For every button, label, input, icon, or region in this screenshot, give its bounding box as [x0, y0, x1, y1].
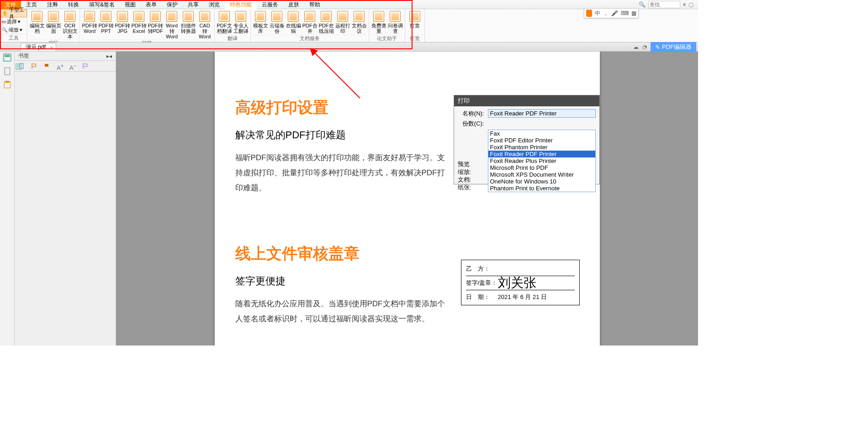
menu-help[interactable]: 帮助: [304, 0, 325, 9]
doc-meeting-button[interactable]: 文档会议: [351, 10, 367, 35]
search-icon[interactable]: 🔍: [639, 1, 646, 8]
pdf-merge-button[interactable]: PDF合并: [302, 10, 318, 35]
sogou-logo-icon: [586, 10, 592, 17]
template-button[interactable]: 模板文库: [253, 10, 268, 35]
menu-convert[interactable]: 转换: [63, 0, 84, 9]
pdf-jpg-icon: [117, 11, 128, 22]
menu-special[interactable]: 特色功能: [225, 0, 257, 9]
menu-bar: 文件 主页 注释 转换 填写&签名 视图 表单 保护 共享 浏览 特色功能 云服…: [0, 0, 698, 9]
check-icon: [373, 11, 384, 22]
survey-button[interactable]: 问卷调查: [387, 10, 403, 35]
tab-close-icon[interactable]: ×: [50, 45, 53, 50]
ribbon-group-translate: PDF文档翻译 专业人工翻译 翻译: [215, 9, 251, 42]
sign-date: 2021 年 6 月 21 日: [498, 293, 547, 301]
remote-print-button[interactable]: 远程打印: [335, 10, 350, 35]
cloud-backup-button[interactable]: 云端备份: [269, 10, 285, 35]
pro-translate-button[interactable]: 专业人工翻译: [233, 10, 249, 35]
menu-comment[interactable]: 注释: [42, 0, 63, 9]
rail-page-icon[interactable]: [3, 67, 11, 75]
bm-flag-icon[interactable]: [31, 63, 37, 69]
paragraph-print: 福昕PDF阅读器拥有强大的打印功能，界面友好易于学习。支持虚拟打印、批量打印等多…: [235, 150, 445, 195]
edit-page-button[interactable]: 编辑页面: [46, 10, 61, 39]
pdf-to-jpg-button[interactable]: PDF转JPG: [115, 10, 130, 39]
menu-protect[interactable]: 保护: [162, 0, 183, 9]
hand-tool[interactable]: ✋手型工具: [0, 9, 27, 17]
edit-doc-button[interactable]: 编辑文档: [29, 10, 45, 39]
translate-icon: [219, 11, 230, 22]
ocr-button[interactable]: OCR识别文本: [62, 10, 78, 39]
ribbon-group-reward: 打赏 打赏: [405, 9, 425, 42]
document-tabstrip: 演示.pdf × ☁ ◔ ✎ PDF编辑器: [0, 42, 698, 52]
pdf-to-pdf-button[interactable]: PDF转转PDF: [148, 10, 163, 39]
ime-voice-icon[interactable]: 🎤: [611, 10, 618, 16]
print-name-select: Foxit Reader PDF Printer: [488, 109, 596, 118]
scan-icon: [183, 11, 194, 22]
window-min-icon[interactable]: ▢: [688, 1, 693, 8]
ime-keyboard-icon[interactable]: ⌨: [621, 10, 629, 16]
pdf-word-icon: [84, 11, 95, 22]
word-to-word-button[interactable]: Word转Word: [164, 10, 180, 39]
meeting-icon: [354, 11, 365, 22]
paragraph-sign: 随着无纸化办公应用普及。当遇到使用PDF文档中需要添加个人签名或者标识时，可以通…: [235, 296, 445, 326]
cursor-icon: ▭: [1, 19, 6, 25]
printer-opt: Foxit Phantom Printer: [488, 144, 595, 151]
pdf-to-ppt-button[interactable]: PDF转PPT: [98, 10, 114, 39]
reward-button[interactable]: 打赏: [407, 10, 423, 35]
online-edit-button[interactable]: 在线编辑: [286, 10, 301, 35]
bm-flag3-icon[interactable]: [82, 63, 89, 69]
hand-icon: ✋: [2, 10, 8, 16]
rail-clipboard-icon[interactable]: [3, 81, 11, 89]
bm-side-icon[interactable]: [16, 63, 22, 70]
pdf-editor-button[interactable]: ✎ PDF编辑器: [651, 42, 696, 52]
menu-skin[interactable]: 皮肤: [283, 0, 304, 9]
svg-rect-4: [5, 81, 9, 83]
rail-thumbnail-icon[interactable]: [3, 53, 11, 62]
ime-punct-icon[interactable]: ，: [603, 10, 609, 17]
zoom-tool[interactable]: 🔍缩放▾: [0, 26, 27, 34]
menu-read[interactable]: 浏览: [204, 0, 225, 9]
signature-box-mock: 乙 方： 签字/盖章：刘关张 日 期：2021 年 6 月 21 日: [461, 260, 580, 305]
search-input[interactable]: [648, 1, 680, 8]
pdf-pdf-icon: [150, 11, 161, 22]
search-dropdown-icon[interactable]: ▾: [683, 1, 686, 8]
survey-icon: [390, 11, 401, 22]
page-area[interactable]: 高级打印设置 解决常见的PDF打印难题 福昕PDF阅读器拥有强大的打印功能，界面…: [116, 52, 698, 346]
print-name-label: 名称(N):: [458, 110, 484, 118]
user-icon[interactable]: ◔: [642, 44, 647, 50]
printer-opt: Foxit PDF Editor Printer: [488, 137, 595, 144]
printer-opt: Fax: [488, 130, 595, 137]
pdf-to-excel-button[interactable]: PDF转Excel: [131, 10, 147, 39]
pdf-page: 高级打印设置 解决常见的PDF打印难题 福昕PDF阅读器拥有强大的打印功能，界面…: [215, 52, 600, 346]
bm-font-inc-icon[interactable]: A+: [57, 63, 63, 69]
pdf-compress-button[interactable]: PDF在线压缩: [318, 10, 334, 35]
ime-menu-icon[interactable]: ▦: [631, 10, 636, 16]
menu-fill-sign[interactable]: 填写&签名: [84, 0, 120, 9]
sign-stamp-label: 签字/盖章：: [466, 279, 498, 287]
scan-convert-button[interactable]: 扫描件转换器: [180, 10, 196, 39]
ime-toolbar[interactable]: 中 ， 🎤 ⌨ ▦: [584, 8, 639, 18]
bm-font-dec-icon[interactable]: A−: [69, 63, 76, 69]
menu-cloud[interactable]: 云服务: [257, 0, 283, 9]
menu-share[interactable]: 共享: [183, 0, 204, 9]
print-left-labels: 预览 缩放: 文档: 纸张:: [458, 160, 471, 191]
tools-group-label: 工具: [0, 34, 27, 42]
template-icon: [255, 11, 266, 22]
free-check-button[interactable]: 免费查重: [371, 10, 386, 35]
pen-icon: ✎: [655, 44, 660, 51]
document-tab[interactable]: 演示.pdf ×: [21, 43, 56, 51]
merge-icon: [304, 11, 315, 22]
reward-group-label: 打赏: [407, 35, 423, 42]
pdf-translate-button[interactable]: PDF文档翻译: [217, 10, 232, 35]
bm-flag2-icon[interactable]: [44, 63, 50, 69]
cloud-sync-icon[interactable]: ☁: [633, 44, 639, 50]
svg-rect-1: [5, 55, 10, 57]
ime-lang[interactable]: 中: [595, 10, 600, 17]
bookmarks-collapse-icon[interactable]: ▸◂: [106, 53, 112, 59]
cad-to-word-button[interactable]: CAD转Word: [197, 10, 212, 39]
pdf-to-word-button[interactable]: PDF转Word: [82, 10, 97, 39]
bookmarks-panel: 书签 ▸◂ A+ A−: [15, 52, 116, 346]
select-tool[interactable]: ▭选择▾: [0, 17, 27, 26]
menu-form[interactable]: 表单: [141, 0, 162, 9]
menu-view[interactable]: 视图: [120, 0, 141, 9]
tab-label: 演示.pdf: [26, 43, 46, 51]
